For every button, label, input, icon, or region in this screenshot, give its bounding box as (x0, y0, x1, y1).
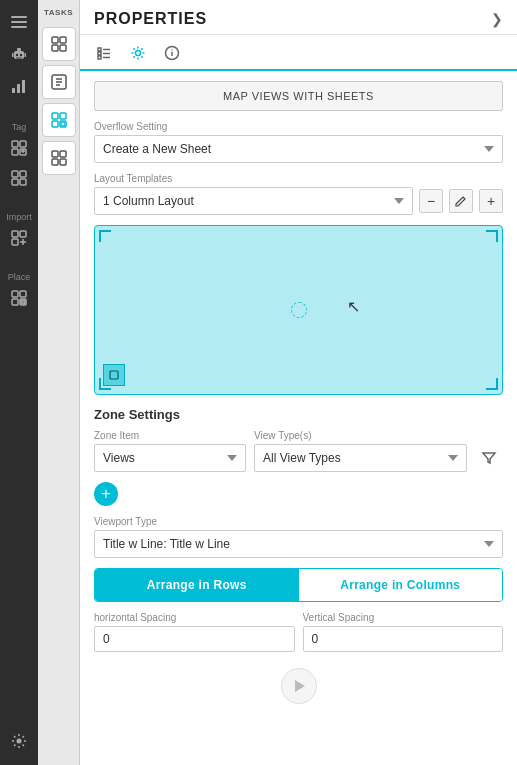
tab-list[interactable] (94, 42, 114, 70)
zone-item-select[interactable]: Views (94, 444, 246, 472)
zone-item-group: Zone Item Views (94, 430, 246, 472)
viewport-type-group: Viewport Type Title w Line: Title w Line (94, 516, 503, 558)
tab-gear[interactable] (128, 41, 148, 71)
svg-rect-15 (12, 149, 18, 155)
svg-rect-43 (60, 159, 66, 165)
properties-panel: PROPERTIES ❯ MAP VIE (80, 0, 517, 765)
overflow-setting-select[interactable]: Create a New Sheet (94, 135, 503, 163)
settings-bottom-icon[interactable] (5, 727, 33, 755)
svg-rect-13 (12, 141, 18, 147)
arrange-columns-button[interactable]: Arrange in Columns (299, 569, 503, 601)
tab-info[interactable] (162, 41, 182, 71)
svg-point-6 (20, 54, 22, 56)
svg-rect-35 (52, 113, 58, 119)
vertical-spacing-field: Vertical Spacing (303, 612, 504, 652)
horizontal-spacing-input[interactable] (94, 626, 295, 652)
layout-templates-row: 1 Column Layout − + (94, 187, 503, 215)
robot-icon[interactable] (5, 40, 33, 68)
svg-rect-12 (22, 80, 25, 93)
layout-templates-group: Layout Templates 1 Column Layout − + (94, 173, 503, 215)
map-views-button[interactable]: MAP VIEWS WITH SHEETS (94, 81, 503, 111)
tasks-panel-item-3[interactable] (42, 103, 76, 137)
zone-settings-title: Zone Settings (94, 407, 503, 422)
panel-tabs (80, 35, 517, 71)
svg-point-50 (171, 49, 172, 50)
svg-rect-32 (52, 45, 58, 51)
layout-templates-label: Layout Templates (94, 173, 503, 184)
svg-point-47 (136, 51, 141, 56)
svg-rect-30 (52, 37, 58, 43)
zone-settings-row: Zone Item Views View Type(s) All View Ty… (94, 430, 503, 472)
svg-rect-25 (20, 291, 26, 297)
svg-rect-37 (52, 121, 58, 127)
cursor-icon: ↖ (347, 297, 360, 316)
svg-rect-33 (60, 45, 66, 51)
horizontal-spacing-label: horizontal Spacing (94, 612, 295, 623)
svg-rect-24 (12, 291, 18, 297)
viewport-type-label: Viewport Type (94, 516, 503, 527)
view-type-label: View Type(s) (254, 430, 467, 441)
view-type-select[interactable]: All View Types (254, 444, 467, 472)
tasks-panel-item-2[interactable] (42, 65, 76, 99)
add-zone-button[interactable]: + (94, 482, 118, 506)
import-label: Import (6, 212, 32, 222)
play-button-wrap (94, 664, 503, 712)
panel-title: PROPERTIES (94, 10, 207, 28)
svg-rect-7 (16, 58, 22, 59)
canvas-corner-br (486, 378, 498, 390)
layout-plus-button[interactable]: + (479, 189, 503, 213)
canvas-zone-indicator (103, 364, 125, 386)
tasks-panel: TASKS (38, 0, 80, 765)
svg-rect-26 (12, 299, 18, 305)
svg-rect-9 (25, 53, 27, 57)
svg-rect-14 (20, 141, 26, 147)
svg-rect-10 (12, 88, 15, 93)
tag-label: Tag (12, 122, 27, 132)
layout-minus-button[interactable]: − (419, 189, 443, 213)
chart-icon[interactable] (5, 72, 33, 100)
tag-item-1-icon[interactable] (5, 134, 33, 162)
viewport-type-select[interactable]: Title w Line: Title w Line (94, 530, 503, 558)
canvas-corner-tl (99, 230, 111, 242)
layout-edit-button[interactable] (449, 189, 473, 213)
layout-canvas: ↖ (94, 225, 503, 395)
filter-icon[interactable] (475, 444, 503, 472)
svg-rect-22 (20, 231, 26, 237)
tasks-panel-item-1[interactable] (42, 27, 76, 61)
svg-rect-42 (52, 159, 58, 165)
layout-templates-select[interactable]: 1 Column Layout (94, 187, 413, 215)
menu-icon[interactable] (5, 8, 33, 36)
svg-rect-31 (60, 37, 66, 43)
svg-rect-8 (12, 53, 14, 57)
canvas-corner-tr (486, 230, 498, 242)
zone-item-label: Zone Item (94, 430, 246, 441)
svg-rect-18 (20, 171, 26, 177)
svg-rect-20 (20, 179, 26, 185)
arrange-buttons: Arrange in Rows Arrange in Columns (94, 568, 503, 602)
tasks-title: TASKS (44, 8, 73, 17)
arrange-rows-button[interactable]: Arrange in Rows (95, 569, 299, 601)
canvas-center-dot (291, 302, 307, 318)
svg-rect-1 (11, 21, 27, 23)
svg-rect-19 (12, 179, 18, 185)
vertical-spacing-label: Vertical Spacing (303, 612, 504, 623)
tasks-panel-item-4[interactable] (42, 141, 76, 175)
svg-marker-52 (295, 680, 305, 692)
play-button[interactable] (281, 668, 317, 704)
tag-item-2-icon[interactable] (5, 164, 33, 192)
import-item-icon[interactable] (5, 224, 33, 252)
svg-rect-17 (12, 171, 18, 177)
svg-rect-11 (17, 84, 20, 93)
svg-rect-0 (11, 16, 27, 18)
svg-point-29 (17, 739, 22, 744)
overflow-setting-group: Overflow Setting Create a New Sheet (94, 121, 503, 163)
spacing-row: horizontal Spacing Vertical Spacing (94, 612, 503, 652)
svg-rect-23 (12, 239, 18, 245)
svg-rect-4 (17, 48, 21, 51)
place-item-icon[interactable] (5, 284, 33, 312)
panel-close-button[interactable]: ❯ (491, 11, 503, 27)
vertical-spacing-input[interactable] (303, 626, 504, 652)
svg-rect-36 (60, 113, 66, 119)
panel-body: MAP VIEWS WITH SHEETS Overflow Setting C… (80, 71, 517, 765)
svg-rect-40 (52, 151, 58, 157)
